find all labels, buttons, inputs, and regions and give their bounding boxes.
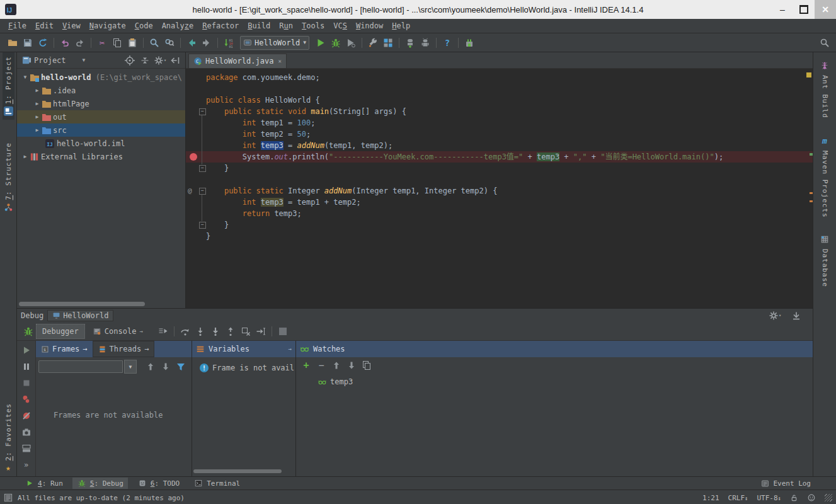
project-horizontal-scrollbar[interactable]	[19, 302, 145, 306]
prev-frame-icon[interactable]	[143, 360, 158, 374]
remove-watch-icon[interactable]: −	[314, 358, 329, 372]
show-execution-point-icon[interactable]	[156, 324, 171, 338]
breakpoint-icon[interactable]	[190, 153, 197, 161]
menu-build[interactable]: Build	[243, 21, 275, 30]
maximize-button[interactable]	[793, 0, 815, 19]
tree-row-out[interactable]: ▶ out	[17, 110, 185, 123]
annotation-gutter-icon[interactable]: @	[188, 186, 192, 195]
code-line[interactable]: }	[186, 231, 813, 242]
code-line[interactable]: public static void main(String[] args) {	[186, 106, 813, 117]
collapsed-arrow-icon[interactable]: ▶	[33, 114, 42, 120]
code-line[interactable]	[186, 174, 813, 185]
code-line[interactable]: int temp3 = temp1 + temp2;	[186, 197, 813, 208]
project-structure-icon[interactable]	[381, 36, 396, 50]
unlock-icon[interactable]	[790, 494, 798, 502]
replace-icon[interactable]	[162, 36, 177, 50]
step-out-icon[interactable]	[223, 324, 238, 338]
watch-item[interactable]: temp3	[318, 377, 813, 386]
toolwindow-button-terminal[interactable]: Terminal	[189, 478, 244, 489]
toolwindow-toggle-icon[interactable]	[4, 493, 13, 502]
sdk-manager-icon[interactable]	[403, 36, 418, 50]
tree-row-iml[interactable]: IJ hello-world.iml	[17, 137, 185, 150]
fold-marker-icon[interactable]: −	[199, 108, 206, 115]
tab-console[interactable]: Console →	[87, 324, 149, 338]
menu-navigate[interactable]: Navigate	[85, 21, 130, 30]
coverage-icon[interactable]	[343, 36, 358, 50]
collapsed-arrow-icon[interactable]: ▶	[21, 154, 30, 159]
forward-icon[interactable]	[199, 36, 214, 50]
hide-left-icon[interactable]	[168, 54, 183, 67]
toolwindow-button-structure[interactable]: 7: Structure	[3, 139, 14, 216]
menu-analyze[interactable]: Analyze	[157, 21, 198, 30]
fold-marker-icon[interactable]: −	[199, 222, 206, 229]
encoding-select[interactable]: UTF-8↕	[757, 494, 781, 502]
help-icon[interactable]: ?	[440, 36, 455, 50]
menu-view[interactable]: View	[58, 21, 85, 30]
menu-refactor[interactable]: Refactor	[198, 21, 243, 30]
install-plugin-icon[interactable]	[462, 36, 477, 50]
line-separator-select[interactable]: CRLF↕	[728, 494, 748, 502]
settings-gear-icon[interactable]: ▾	[152, 54, 168, 67]
frames-combobox[interactable]	[38, 360, 123, 373]
toolwindow-button-ant-build[interactable]: Ant Build	[819, 57, 830, 122]
code-line[interactable]: }	[186, 163, 813, 174]
force-step-into-icon[interactable]	[208, 324, 223, 338]
tree-row-src[interactable]: ▶ src	[17, 123, 185, 137]
more-icon[interactable]: »	[19, 458, 34, 472]
filter-icon[interactable]	[173, 360, 188, 374]
code-line[interactable]: public static Integer addNum(Integer tem…	[186, 185, 813, 197]
debug-session-tab[interactable]: HelloWorld	[47, 310, 113, 321]
combobox-dropdown-button[interactable]: ▼	[124, 360, 137, 374]
menu-edit[interactable]: Edit	[31, 21, 58, 30]
error-stripe-green-mark[interactable]	[810, 153, 813, 156]
settings-gear-icon[interactable]: ▾	[767, 309, 782, 323]
toolwindow-button-database[interactable]: Database	[819, 231, 830, 291]
tree-row-external-libraries[interactable]: ▶ External Libraries	[17, 150, 185, 163]
code-area[interactable]: package com.youmeek.demo; public class H…	[186, 69, 813, 308]
hector-inspector-icon[interactable]	[807, 493, 816, 502]
event-log-button[interactable]: Event Log	[761, 479, 811, 488]
back-icon[interactable]	[184, 36, 199, 50]
menu-vcs[interactable]: VCS	[329, 21, 352, 30]
duplicate-icon[interactable]	[359, 358, 374, 372]
drop-frame-icon[interactable]	[238, 324, 253, 338]
thread-dump-icon[interactable]	[19, 425, 34, 439]
restore-layout-icon[interactable]	[19, 442, 34, 455]
menu-file[interactable]: File	[4, 21, 31, 30]
tree-row-idea[interactable]: ▶ .idea	[17, 84, 185, 97]
menu-code[interactable]: Code	[130, 21, 157, 30]
resume-icon[interactable]	[19, 343, 34, 357]
copy-icon[interactable]	[110, 36, 125, 50]
undo-icon[interactable]	[57, 36, 72, 50]
menu-window[interactable]: Window	[352, 21, 387, 30]
collapsed-arrow-icon[interactable]: ▶	[33, 88, 42, 93]
next-frame-icon[interactable]	[158, 360, 173, 374]
move-up-icon[interactable]	[329, 358, 344, 372]
move-down-icon[interactable]	[344, 358, 359, 372]
add-watch-icon[interactable]: +	[299, 358, 314, 372]
toolwindow-button-favorites[interactable]: 2: Favorites ★	[3, 399, 14, 477]
collapse-all-icon[interactable]	[137, 54, 152, 67]
code-line[interactable]	[186, 83, 813, 94]
close-button[interactable]: ✕	[815, 0, 836, 19]
hide-down-icon[interactable]	[789, 309, 804, 323]
view-breakpoints-icon[interactable]	[19, 392, 34, 406]
open-folder-icon[interactable]	[5, 36, 20, 50]
tab-frames[interactable]: s Frames →	[36, 341, 93, 357]
locate-icon[interactable]	[122, 54, 137, 67]
minimize-button[interactable]: –	[772, 0, 793, 19]
debug-bug-icon[interactable]	[328, 36, 343, 50]
run-icon[interactable]	[313, 36, 328, 50]
fold-marker-icon[interactable]: −	[199, 188, 206, 195]
stop-icon[interactable]	[19, 376, 34, 390]
chevron-down-icon[interactable]: ▼	[83, 57, 86, 63]
run-configuration-select[interactable]: HelloWorld ▼	[240, 36, 309, 50]
code-line[interactable]: int temp1 = 100;	[186, 117, 813, 129]
toolwindow-button-maven[interactable]: m Maven Projects	[820, 132, 830, 222]
code-line[interactable]: package com.youmeek.demo;	[186, 72, 813, 83]
menu-run[interactable]: Run	[275, 21, 297, 30]
compare-lines-icon[interactable]: 011001	[221, 36, 236, 50]
cut-icon[interactable]: ✂	[94, 36, 110, 50]
collapsed-arrow-icon[interactable]: ▶	[33, 127, 42, 133]
editor-tab-helloworld[interactable]: C HelloWorld.java ✕	[188, 54, 287, 68]
